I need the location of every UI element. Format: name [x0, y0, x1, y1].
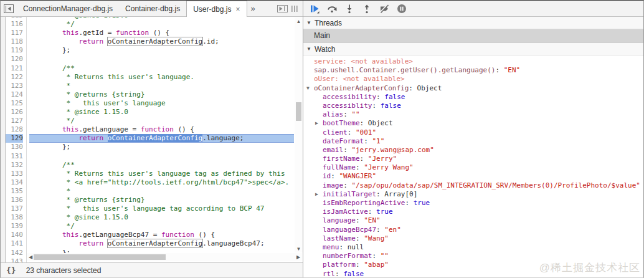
- line-number[interactable]: 118: [6, 37, 23, 46]
- resume-button[interactable]: [310, 4, 320, 14]
- watch-value: "Jerry": [368, 155, 397, 163]
- watch-row[interactable]: languageBcp47: "en": [303, 226, 643, 234]
- watch-row[interactable]: accessibility: false: [303, 93, 643, 102]
- watch-name: oUser: [314, 75, 334, 84]
- tab-overflow-button[interactable]: »: [247, 1, 259, 16]
- line-number[interactable]: 135: [6, 187, 23, 196]
- line-number[interactable]: 128: [6, 125, 23, 134]
- watch-row[interactable]: alias: "": [303, 110, 643, 119]
- watch-separator: :: [343, 110, 351, 119]
- scroll-down-icon[interactable]: ▼: [295, 245, 303, 252]
- watch-row[interactable]: lastName: "Wang": [303, 234, 643, 243]
- line-number[interactable]: 126: [6, 108, 23, 117]
- watch-row[interactable]: fullName: "Jerry Wang": [303, 163, 643, 172]
- watch-name: fullName: [323, 163, 356, 172]
- watch-row[interactable]: client: "001": [303, 128, 643, 137]
- watch-row[interactable]: dateFormat: "1": [303, 137, 643, 146]
- watch-row[interactable]: service: <not available>: [303, 57, 643, 66]
- code-area[interactable]: * @since 1.15.0 */ this.getId = function…: [27, 17, 294, 262]
- watch-name: oContainerAdapterConfig: [314, 84, 409, 93]
- line-number[interactable]: 138: [6, 213, 23, 222]
- watch-row[interactable]: accessiblity: false: [303, 102, 643, 110]
- code-line: * this user's language: [29, 99, 294, 108]
- tree-closed-icon[interactable]: ▶: [315, 190, 323, 199]
- line-number[interactable]: 125: [6, 99, 23, 108]
- scroll-right-icon[interactable]: ▶: [295, 253, 302, 261]
- line-number[interactable]: 140: [6, 231, 23, 239]
- close-tab-icon[interactable]: ×: [236, 6, 240, 12]
- line-number[interactable]: 134: [6, 178, 23, 187]
- deactivate-breakpoints-button[interactable]: [379, 4, 389, 14]
- watch-row[interactable]: ▼oContainerAdapterConfig: Object: [303, 84, 643, 93]
- line-number[interactable]: 122: [6, 73, 23, 82]
- tree-closed-icon[interactable]: ▶: [315, 119, 323, 128]
- line-number[interactable]: 116: [6, 20, 23, 29]
- panel-resizer-button[interactable]: [288, 1, 301, 16]
- deactivate-breakpoints-icon: [379, 4, 389, 14]
- line-number[interactable]: 131: [6, 152, 23, 161]
- watch-row[interactable]: menu: null: [303, 243, 643, 252]
- watch-separator: :: [360, 119, 368, 128]
- watch-row[interactable]: oUser: <not available>: [303, 75, 643, 84]
- watch-row[interactable]: firstName: "Jerry": [303, 155, 643, 163]
- step-out-button[interactable]: [362, 4, 372, 14]
- step-over-button[interactable]: [327, 4, 337, 14]
- code-line: return oContainerAdapterConfig.language;: [29, 134, 294, 143]
- line-number[interactable]: 120: [6, 55, 23, 64]
- watch-row[interactable]: numberFormat: "": [303, 252, 643, 261]
- watch-row[interactable]: isEmbReportingActive: true: [303, 199, 643, 208]
- step-out-icon: [362, 4, 372, 14]
- step-into-button[interactable]: [344, 4, 354, 14]
- line-number[interactable]: 136: [6, 196, 23, 204]
- watch-separator: :: [343, 146, 351, 155]
- threads-section-header[interactable]: ▼ Threads: [303, 17, 643, 29]
- tab-User-dbg.js[interactable]: User-dbg.js×: [186, 1, 247, 17]
- watch-row[interactable]: sap.ushell.Container.getUser().getLangua…: [303, 66, 643, 75]
- watch-separator: :: [368, 208, 376, 216]
- tab-ConnectionManager-dbg.js[interactable]: ConnectionManager-dbg.js: [17, 1, 119, 16]
- pause-on-exceptions-button[interactable]: [397, 4, 407, 14]
- watch-name: firstName: [323, 155, 360, 163]
- line-number[interactable]: 133: [6, 170, 23, 178]
- watch-separator: :: [356, 261, 364, 269]
- line-number[interactable]: 139: [6, 222, 23, 231]
- line-number[interactable]: 123: [6, 82, 23, 90]
- line-number[interactable]: 142: [6, 249, 23, 257]
- watch-row[interactable]: ▶bootTheme: Object: [303, 119, 643, 128]
- watch-row[interactable]: isJamActive: true: [303, 208, 643, 216]
- pretty-print-button[interactable]: {}: [6, 266, 16, 275]
- show-drawer-button[interactable]: [276, 1, 288, 16]
- line-number[interactable]: 124: [6, 90, 23, 99]
- hide-navigator-button[interactable]: [1, 1, 17, 16]
- line-number[interactable]: 132: [6, 161, 23, 170]
- step-over-icon: [327, 4, 337, 14]
- thread-item-main[interactable]: Main: [303, 29, 643, 42]
- line-number[interactable]: 143: [6, 257, 23, 262]
- scroll-up-icon[interactable]: ▲: [295, 17, 303, 25]
- horizontal-scrollbar[interactable]: ◀ ▶: [27, 253, 302, 261]
- line-number[interactable]: 129: [6, 134, 23, 143]
- watch-separator: :: [339, 243, 348, 252]
- watch-section-header[interactable]: ▼ Watch: [303, 42, 643, 55]
- watch-row[interactable]: image: "/sap/opu/odata/sap/SM_INTEGRATIO…: [303, 181, 643, 190]
- vertical-scroll-thumb[interactable]: [296, 102, 301, 121]
- vertical-scrollbar[interactable]: ▲ ▼: [295, 17, 303, 252]
- watch-row[interactable]: language: "EN": [303, 216, 643, 225]
- line-number[interactable]: 121: [6, 64, 23, 73]
- line-number[interactable]: 117: [6, 29, 23, 37]
- tab-Container-dbg.js[interactable]: Container-dbg.js: [119, 1, 186, 16]
- line-number[interactable]: 127: [6, 117, 23, 125]
- code-line: [29, 152, 294, 161]
- watch-row[interactable]: email: "jerry.wang@sap.com": [303, 146, 643, 155]
- collapsed-navigator-strip[interactable]: [1, 17, 6, 262]
- watch-row[interactable]: id: "WANGJER": [303, 172, 643, 181]
- line-number[interactable]: 137: [6, 204, 23, 213]
- line-number[interactable]: 119: [6, 46, 23, 55]
- watch-row[interactable]: ▶initialTarget: Array[0]: [303, 190, 643, 199]
- watch-separator: :: [343, 57, 351, 66]
- line-number[interactable]: 141: [6, 239, 23, 248]
- horizontal-scroll-thumb[interactable]: [34, 254, 166, 260]
- watch-separator: :: [334, 75, 343, 84]
- line-number[interactable]: 130: [6, 143, 23, 151]
- tree-open-icon[interactable]: ▼: [306, 84, 314, 93]
